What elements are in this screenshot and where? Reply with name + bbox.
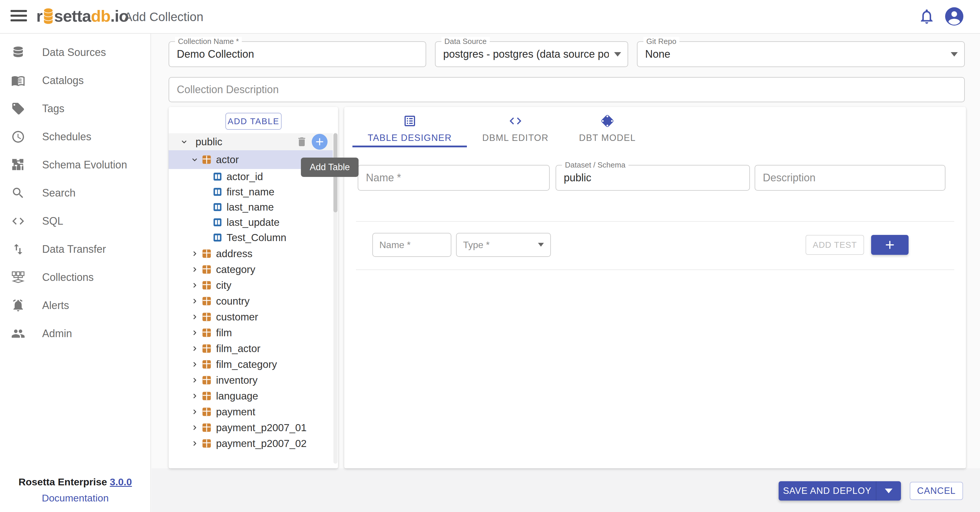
tree-column-row[interactable]: last_name <box>169 199 333 215</box>
table-name-field[interactable] <box>358 165 550 191</box>
table-icon <box>201 155 212 165</box>
chevron-down-icon[interactable] <box>180 137 189 146</box>
save-options-dropdown[interactable] <box>877 481 901 501</box>
table-list-icon <box>403 114 417 128</box>
table-name: film_category <box>216 359 277 370</box>
tree-table-row[interactable]: inventory <box>169 372 333 388</box>
tree-column-row[interactable]: Test_Column <box>169 230 333 245</box>
chevron-right-icon[interactable] <box>190 439 199 448</box>
table-description-input[interactable] <box>755 166 945 190</box>
chevron-right-icon[interactable] <box>190 407 199 416</box>
chevron-right-icon[interactable] <box>190 360 199 369</box>
table-name: country <box>216 295 250 307</box>
tree-table-row[interactable]: payment_p2007_02 <box>169 435 333 451</box>
tree-table-row[interactable]: country <box>169 293 333 309</box>
table-name-input[interactable] <box>358 166 549 190</box>
tree-table-row[interactable]: customer <box>169 309 333 325</box>
version-link[interactable]: 3.0.0 <box>110 476 132 487</box>
tree-column-row[interactable]: last_update <box>169 215 333 230</box>
sidebar-item-data-sources[interactable]: Data Sources <box>0 38 150 67</box>
sidebar-item-catalogs[interactable]: Catalogs <box>0 67 150 95</box>
sidebar-item-sql[interactable]: SQL <box>0 207 150 235</box>
column-name-field[interactable] <box>372 233 451 257</box>
chevron-right-icon[interactable] <box>190 281 199 290</box>
add-column-button[interactable] <box>871 235 908 255</box>
tree-table-row[interactable]: language <box>169 388 333 404</box>
sidebar-item-label: Tags <box>42 102 64 115</box>
dataset-schema-field[interactable]: Dataset / Schema <box>555 165 750 191</box>
tree-table-row[interactable]: film_category <box>169 356 333 372</box>
logo-text-start: r <box>36 6 43 26</box>
chevron-right-icon[interactable] <box>190 313 199 321</box>
tab-dbt-model[interactable]: DBT MODEL <box>564 107 651 147</box>
sidebar-item-alerts[interactable]: Alerts <box>0 292 150 319</box>
notifications-bell-icon[interactable] <box>918 8 935 25</box>
sidebar-item-schedules[interactable]: Schedules <box>0 123 150 151</box>
cancel-button[interactable]: CANCEL <box>910 482 963 500</box>
app-logo[interactable]: r settadb.io <box>36 6 129 26</box>
tree-schema-row-public[interactable]: public <box>169 133 333 150</box>
designer-tabs: TABLE DESIGNER DBML EDITOR DBT MODEL <box>352 107 651 147</box>
column-name: Test_Column <box>227 232 286 243</box>
plus-icon <box>315 137 325 147</box>
tag-icon <box>11 102 25 116</box>
add-table-plus-icon[interactable] <box>312 134 328 150</box>
sidebar-item-search[interactable]: Search <box>0 179 150 207</box>
documentation-link[interactable]: Documentation <box>0 492 150 504</box>
data-source-select[interactable]: Data Source postgres - postgres (data so… <box>435 41 628 67</box>
chevron-right-icon[interactable] <box>190 265 199 274</box>
tree-column-row[interactable]: first_name <box>169 184 333 199</box>
table-icon <box>201 343 212 354</box>
save-and-deploy-button[interactable]: SAVE AND DEPLOY <box>779 481 877 501</box>
tab-table-designer[interactable]: TABLE DESIGNER <box>352 107 467 147</box>
collection-name-label: Collection Name * <box>175 37 242 46</box>
sidebar-item-data-transfer[interactable]: Data Transfer <box>0 235 150 263</box>
tree-table-row[interactable]: address <box>169 246 333 262</box>
sidebar-item-schema-evolution[interactable]: Schema Evolution <box>0 151 150 179</box>
sidebar-item-label: Alerts <box>42 299 69 312</box>
tree-table-row[interactable]: payment_p2007_01 <box>169 420 333 435</box>
collection-description-input[interactable] <box>169 78 964 102</box>
chevron-right-icon[interactable] <box>190 423 199 432</box>
column-icon <box>213 217 223 227</box>
chevron-right-icon[interactable] <box>190 329 199 337</box>
collection-description-field[interactable] <box>169 77 965 102</box>
chevron-right-icon[interactable] <box>190 249 199 258</box>
tree-table-row[interactable]: payment <box>169 404 333 420</box>
delete-icon[interactable] <box>296 136 308 148</box>
main-content: Collection Name * Data Source postgres -… <box>152 34 980 512</box>
chevron-right-icon[interactable] <box>190 392 199 400</box>
save-and-deploy-split-button: SAVE AND DEPLOY <box>779 481 901 501</box>
sidebar-item-label: SQL <box>42 215 63 227</box>
table-icon <box>201 248 212 259</box>
sidebar-nav: Data Sources Catalogs Tags Schedules Sch… <box>0 38 150 348</box>
add-table-button[interactable]: ADD TABLE <box>225 113 282 130</box>
chevron-right-icon[interactable] <box>190 297 199 306</box>
dbt-icon <box>600 114 614 128</box>
column-name: actor_id <box>227 171 263 182</box>
column-name-input[interactable] <box>373 233 451 256</box>
chevron-down-icon[interactable] <box>190 155 199 164</box>
table-description-field[interactable] <box>755 165 945 191</box>
tab-dbml-editor[interactable]: DBML EDITOR <box>467 107 564 147</box>
column-type-select[interactable] <box>456 233 551 257</box>
tree-table-row[interactable]: film_actor <box>169 341 333 356</box>
add-table-tooltip: Add Table <box>301 158 359 177</box>
column-type-input[interactable] <box>457 233 550 256</box>
user-avatar[interactable] <box>944 6 964 26</box>
tree-table-row[interactable]: category <box>169 262 333 278</box>
sidebar-item-collections[interactable]: Collections <box>0 263 150 292</box>
tab-label: DBML EDITOR <box>482 133 549 143</box>
sidebar: Data Sources Catalogs Tags Schedules Sch… <box>0 33 151 512</box>
chevron-right-icon[interactable] <box>190 344 199 353</box>
column-name: last_update <box>227 217 280 228</box>
tree-table-row[interactable]: film <box>169 325 333 341</box>
collection-name-field[interactable]: Collection Name * <box>169 41 426 67</box>
tree-table-row[interactable]: city <box>169 278 333 293</box>
sidebar-item-admin[interactable]: Admin <box>0 319 150 348</box>
menu-icon[interactable] <box>11 10 27 24</box>
git-repo-select[interactable]: Git Repo None <box>637 41 965 67</box>
chevron-right-icon[interactable] <box>190 376 199 384</box>
sidebar-item-tags[interactable]: Tags <box>0 95 150 123</box>
add-test-button[interactable]: ADD TEST <box>805 235 864 255</box>
